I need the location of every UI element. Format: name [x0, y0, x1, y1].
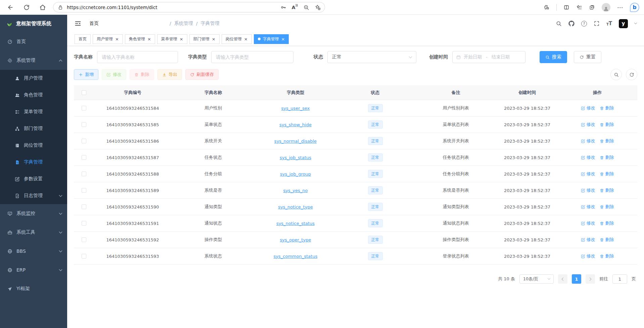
tab-role[interactable]: 角色管理×: [125, 34, 155, 44]
browser-more-icon[interactable]: ⋯: [617, 4, 623, 11]
browser-profile-avatar[interactable]: [602, 3, 610, 12]
row-checkbox[interactable]: [82, 221, 86, 226]
row-edit-link[interactable]: 修改: [581, 237, 595, 243]
avatar-dropdown-icon[interactable]: [634, 21, 637, 24]
collapse-sidebar-icon[interactable]: [75, 20, 81, 27]
sidebar-item-erp[interactable]: ERP: [0, 261, 67, 279]
sidebar-item-tools[interactable]: 系统工具: [0, 223, 67, 242]
row-checkbox[interactable]: [82, 139, 86, 143]
page-number-button[interactable]: 1: [572, 274, 581, 284]
delete-button[interactable]: 删除: [130, 69, 154, 80]
edit-button[interactable]: 修改: [102, 69, 126, 80]
refresh-cache-button[interactable]: 刷新缓存: [185, 69, 219, 80]
row-delete-link[interactable]: 删除: [600, 187, 614, 193]
show-search-button[interactable]: [610, 69, 622, 80]
github-icon[interactable]: [568, 20, 574, 27]
sidebar-item-user[interactable]: 用户管理: [0, 70, 67, 87]
status-select[interactable]: 正常: [327, 51, 416, 63]
row-checkbox[interactable]: [82, 237, 86, 242]
row-checkbox[interactable]: [82, 172, 86, 176]
row-edit-link[interactable]: 修改: [581, 204, 595, 210]
add-button[interactable]: 新增: [74, 69, 98, 80]
sidebar-item-dept[interactable]: 部门管理: [0, 120, 67, 137]
close-icon[interactable]: ×: [147, 37, 151, 41]
export-button[interactable]: 导出: [157, 69, 182, 80]
row-delete-link[interactable]: 删除: [600, 204, 614, 210]
browser-refresh-button[interactable]: [21, 2, 32, 13]
sidebar-item-param[interactable]: 参数设置: [0, 171, 67, 187]
search-button[interactable]: 搜索: [540, 51, 567, 63]
dict-type-link[interactable]: sys_common_status: [274, 254, 318, 259]
tab-user[interactable]: 用户管理×: [93, 34, 123, 44]
close-icon[interactable]: ×: [212, 37, 216, 41]
bing-chat-icon[interactable]: b: [630, 3, 639, 12]
row-edit-link[interactable]: 修改: [581, 220, 595, 226]
row-edit-link[interactable]: 修改: [581, 171, 595, 177]
favorites-bar-icon[interactable]: [576, 4, 582, 10]
row-edit-link[interactable]: 修改: [581, 187, 595, 193]
tab-home[interactable]: 首页: [75, 34, 91, 44]
row-checkbox[interactable]: [82, 122, 86, 127]
text-size-icon[interactable]: TT: [606, 21, 612, 26]
row-edit-link[interactable]: 修改: [581, 138, 595, 144]
browser-back-button[interactable]: [5, 2, 16, 13]
url-text[interactable]: https://ccnetcore.com:1101/system/dict: [67, 5, 277, 10]
dict-type-link[interactable]: sys_notice_type: [278, 204, 313, 209]
dict-type-link[interactable]: sys_oper_type: [280, 237, 311, 242]
dict-type-link[interactable]: sys_notice_status: [276, 221, 315, 226]
sidebar-item-role[interactable]: 角色管理: [0, 87, 67, 103]
sidebar-item-dict[interactable]: 字典管理: [0, 154, 67, 171]
tab-menu[interactable]: 菜单管理×: [157, 34, 187, 44]
reset-button[interactable]: 重置: [574, 51, 601, 63]
dict-type-link[interactable]: sys_show_hide: [279, 122, 312, 127]
row-edit-link[interactable]: 修改: [581, 122, 595, 128]
row-checkbox[interactable]: [82, 106, 86, 110]
sidebar-item-bbs[interactable]: BBS: [0, 242, 67, 261]
dict-type-link[interactable]: sys_normal_disable: [274, 139, 317, 144]
dict-type-input[interactable]: [211, 51, 293, 63]
close-icon[interactable]: ×: [115, 37, 119, 41]
row-delete-link[interactable]: 删除: [600, 220, 614, 226]
tab-dict-active[interactable]: 字典管理×: [254, 34, 289, 44]
row-delete-link[interactable]: 删除: [600, 237, 614, 243]
address-bar[interactable]: https://ccnetcore.com:1101/system/dict A…: [53, 2, 325, 12]
user-avatar-logo[interactable]: y: [619, 19, 628, 28]
read-aloud-icon[interactable]: A)): [292, 5, 298, 10]
close-icon[interactable]: ×: [180, 37, 183, 41]
dict-name-input[interactable]: [97, 51, 178, 63]
page-size-select[interactable]: 10条/页: [519, 274, 554, 284]
breadcrumb-home[interactable]: 首页: [89, 20, 167, 27]
tab-dept[interactable]: 部门管理×: [189, 34, 220, 44]
row-checkbox[interactable]: [82, 254, 86, 259]
dict-type-link[interactable]: sys_user_sex: [281, 106, 310, 111]
zoom-out-icon[interactable]: [303, 4, 309, 10]
close-icon[interactable]: ×: [244, 37, 248, 41]
browser-essentials-icon[interactable]: [544, 4, 550, 10]
row-checkbox[interactable]: [82, 155, 86, 160]
dict-type-link[interactable]: sys_job_status: [280, 155, 311, 160]
breadcrumb-system[interactable]: 系统管理: [174, 20, 193, 27]
split-screen-icon[interactable]: [563, 4, 569, 10]
sidebar-item-post[interactable]: 岗位管理: [0, 137, 67, 154]
sidebar-item-log[interactable]: 日志管理: [0, 187, 67, 204]
sidebar-item-system[interactable]: 系统管理: [0, 51, 67, 70]
row-delete-link[interactable]: 删除: [600, 253, 614, 259]
row-delete-link[interactable]: 删除: [600, 171, 614, 177]
date-range-picker[interactable]: 开始日期 - 结束日期: [452, 51, 525, 63]
row-edit-link[interactable]: 修改: [581, 253, 595, 259]
browser-home-button[interactable]: [37, 2, 48, 13]
sidebar-item-monitor[interactable]: 系统监控: [0, 204, 67, 223]
row-delete-link[interactable]: 删除: [600, 138, 614, 144]
row-edit-link[interactable]: 修改: [581, 105, 595, 111]
select-all-checkbox[interactable]: [82, 90, 86, 95]
sidebar-item-menu[interactable]: 菜单管理: [0, 103, 67, 120]
search-icon[interactable]: [556, 20, 562, 27]
collections-icon[interactable]: [589, 4, 595, 10]
row-delete-link[interactable]: 删除: [600, 105, 614, 111]
row-edit-link[interactable]: 修改: [581, 154, 595, 160]
password-key-icon[interactable]: [280, 4, 286, 10]
row-checkbox[interactable]: [82, 188, 86, 193]
help-icon[interactable]: ?: [581, 21, 587, 27]
row-delete-link[interactable]: 删除: [600, 122, 614, 128]
tab-post[interactable]: 岗位管理×: [222, 34, 252, 44]
